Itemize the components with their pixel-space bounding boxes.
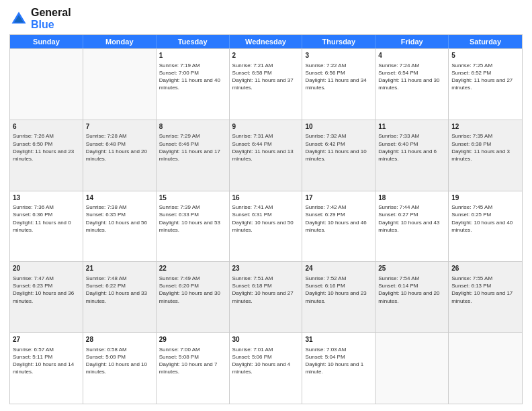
day-number: 4 bbox=[378, 51, 445, 60]
day-info: Sunrise: 7:19 AM Sunset: 7:00 PM Dayligh… bbox=[159, 62, 226, 92]
day-cell-21: 21Sunrise: 7:48 AM Sunset: 6:22 PM Dayli… bbox=[83, 262, 157, 332]
day-cell-5: 5Sunrise: 7:25 AM Sunset: 6:52 PM Daylig… bbox=[449, 49, 522, 120]
day-cell-19: 19Sunrise: 7:45 AM Sunset: 6:25 PM Dayli… bbox=[449, 191, 522, 262]
day-info: Sunrise: 7:22 AM Sunset: 6:56 PM Dayligh… bbox=[305, 62, 372, 92]
week-row-4: 20Sunrise: 7:47 AM Sunset: 6:23 PM Dayli… bbox=[10, 261, 522, 332]
day-info: Sunrise: 7:31 AM Sunset: 6:44 PM Dayligh… bbox=[232, 132, 300, 163]
day-info: Sunrise: 7:36 AM Sunset: 6:36 PM Dayligh… bbox=[13, 203, 80, 234]
col-header-saturday: Saturday bbox=[449, 35, 522, 48]
day-info: Sunrise: 7:21 AM Sunset: 6:58 PM Dayligh… bbox=[232, 62, 300, 92]
day-number: 14 bbox=[86, 193, 153, 203]
day-info: Sunrise: 7:39 AM Sunset: 6:33 PM Dayligh… bbox=[159, 203, 226, 234]
calendar: SundayMondayTuesdayWednesdayThursdayFrid… bbox=[9, 34, 523, 404]
day-info: Sunrise: 7:00 AM Sunset: 5:08 PM Dayligh… bbox=[159, 346, 226, 376]
day-cell-16: 16Sunrise: 7:41 AM Sunset: 6:31 PM Dayli… bbox=[230, 191, 303, 262]
logo: General Blue bbox=[9, 7, 71, 30]
day-cell-11: 11Sunrise: 7:33 AM Sunset: 6:40 PM Dayli… bbox=[375, 120, 449, 191]
day-info: Sunrise: 7:03 AM Sunset: 5:04 PM Dayligh… bbox=[305, 346, 372, 376]
day-info: Sunrise: 7:41 AM Sunset: 6:31 PM Dayligh… bbox=[232, 203, 300, 234]
day-number: 26 bbox=[451, 264, 519, 273]
day-info: Sunrise: 7:55 AM Sunset: 6:13 PM Dayligh… bbox=[451, 275, 519, 305]
week-row-3: 13Sunrise: 7:36 AM Sunset: 6:36 PM Dayli… bbox=[10, 191, 522, 262]
day-info: Sunrise: 7:29 AM Sunset: 6:46 PM Dayligh… bbox=[159, 132, 226, 163]
col-header-monday: Monday bbox=[83, 35, 157, 48]
day-info: Sunrise: 6:58 AM Sunset: 5:09 PM Dayligh… bbox=[86, 346, 153, 376]
day-cell-14: 14Sunrise: 7:38 AM Sunset: 6:35 PM Dayli… bbox=[83, 191, 157, 262]
day-info: Sunrise: 7:38 AM Sunset: 6:35 PM Dayligh… bbox=[86, 203, 153, 234]
day-number: 16 bbox=[232, 193, 300, 203]
page-header: General Blue bbox=[9, 7, 523, 30]
day-cell-17: 17Sunrise: 7:42 AM Sunset: 6:29 PM Dayli… bbox=[302, 191, 375, 262]
day-info: Sunrise: 7:48 AM Sunset: 6:22 PM Dayligh… bbox=[86, 275, 153, 305]
day-number: 22 bbox=[159, 264, 226, 273]
week-row-5: 27Sunrise: 6:57 AM Sunset: 5:11 PM Dayli… bbox=[10, 332, 522, 404]
day-info: Sunrise: 7:33 AM Sunset: 6:40 PM Dayligh… bbox=[378, 132, 445, 163]
col-header-sunday: Sunday bbox=[10, 35, 83, 48]
week-row-1: 1Sunrise: 7:19 AM Sunset: 7:00 PM Daylig… bbox=[10, 48, 522, 120]
day-number: 17 bbox=[305, 193, 372, 203]
day-info: Sunrise: 7:47 AM Sunset: 6:23 PM Dayligh… bbox=[13, 275, 80, 305]
day-info: Sunrise: 7:32 AM Sunset: 6:42 PM Dayligh… bbox=[305, 132, 372, 163]
day-number: 2 bbox=[232, 51, 300, 60]
col-header-wednesday: Wednesday bbox=[230, 35, 303, 48]
day-cell-7: 7Sunrise: 7:28 AM Sunset: 6:48 PM Daylig… bbox=[83, 120, 157, 191]
empty-cell bbox=[449, 333, 522, 404]
day-info: Sunrise: 7:42 AM Sunset: 6:29 PM Dayligh… bbox=[305, 203, 372, 234]
day-number: 9 bbox=[232, 122, 300, 132]
day-cell-4: 4Sunrise: 7:24 AM Sunset: 6:54 PM Daylig… bbox=[375, 49, 449, 120]
day-info: Sunrise: 7:25 AM Sunset: 6:52 PM Dayligh… bbox=[451, 62, 519, 92]
day-number: 24 bbox=[305, 264, 372, 273]
day-cell-27: 27Sunrise: 6:57 AM Sunset: 5:11 PM Dayli… bbox=[10, 333, 83, 404]
logo-text: General Blue bbox=[31, 7, 71, 30]
day-cell-8: 8Sunrise: 7:29 AM Sunset: 6:46 PM Daylig… bbox=[157, 120, 230, 191]
day-number: 18 bbox=[378, 193, 445, 203]
day-info: Sunrise: 7:52 AM Sunset: 6:16 PM Dayligh… bbox=[305, 275, 372, 305]
day-number: 31 bbox=[305, 335, 372, 345]
col-header-thursday: Thursday bbox=[302, 35, 375, 48]
col-header-tuesday: Tuesday bbox=[157, 35, 230, 48]
day-number: 19 bbox=[451, 193, 519, 203]
logo-icon bbox=[9, 9, 28, 28]
col-header-friday: Friday bbox=[375, 35, 449, 48]
day-number: 8 bbox=[159, 122, 226, 132]
day-cell-12: 12Sunrise: 7:35 AM Sunset: 6:38 PM Dayli… bbox=[449, 120, 522, 191]
day-cell-1: 1Sunrise: 7:19 AM Sunset: 7:00 PM Daylig… bbox=[157, 49, 230, 120]
day-cell-20: 20Sunrise: 7:47 AM Sunset: 6:23 PM Dayli… bbox=[10, 262, 83, 332]
day-number: 20 bbox=[13, 264, 80, 273]
day-number: 10 bbox=[305, 122, 372, 132]
day-number: 5 bbox=[451, 51, 519, 60]
empty-cell bbox=[10, 49, 83, 120]
day-cell-22: 22Sunrise: 7:49 AM Sunset: 6:20 PM Dayli… bbox=[157, 262, 230, 332]
day-info: Sunrise: 7:49 AM Sunset: 6:20 PM Dayligh… bbox=[159, 275, 226, 305]
day-number: 28 bbox=[86, 335, 153, 345]
day-cell-25: 25Sunrise: 7:54 AM Sunset: 6:14 PM Dayli… bbox=[375, 262, 449, 332]
day-cell-26: 26Sunrise: 7:55 AM Sunset: 6:13 PM Dayli… bbox=[449, 262, 522, 332]
day-info: Sunrise: 6:57 AM Sunset: 5:11 PM Dayligh… bbox=[13, 346, 80, 376]
day-info: Sunrise: 7:01 AM Sunset: 5:06 PM Dayligh… bbox=[232, 346, 300, 376]
day-number: 23 bbox=[232, 264, 300, 273]
day-cell-10: 10Sunrise: 7:32 AM Sunset: 6:42 PM Dayli… bbox=[302, 120, 375, 191]
day-info: Sunrise: 7:24 AM Sunset: 6:54 PM Dayligh… bbox=[378, 62, 445, 92]
empty-cell bbox=[375, 333, 449, 404]
empty-cell bbox=[83, 49, 157, 120]
day-number: 30 bbox=[232, 335, 300, 345]
day-info: Sunrise: 7:26 AM Sunset: 6:50 PM Dayligh… bbox=[13, 132, 80, 163]
day-number: 29 bbox=[159, 335, 226, 345]
calendar-header: SundayMondayTuesdayWednesdayThursdayFrid… bbox=[10, 35, 522, 48]
day-number: 25 bbox=[378, 264, 445, 273]
day-cell-31: 31Sunrise: 7:03 AM Sunset: 5:04 PM Dayli… bbox=[302, 333, 375, 404]
day-number: 7 bbox=[86, 122, 153, 132]
day-info: Sunrise: 7:44 AM Sunset: 6:27 PM Dayligh… bbox=[378, 203, 445, 234]
day-info: Sunrise: 7:35 AM Sunset: 6:38 PM Dayligh… bbox=[451, 132, 519, 163]
day-number: 15 bbox=[159, 193, 226, 203]
day-number: 27 bbox=[13, 335, 80, 345]
week-row-2: 6Sunrise: 7:26 AM Sunset: 6:50 PM Daylig… bbox=[10, 120, 522, 191]
day-cell-23: 23Sunrise: 7:51 AM Sunset: 6:18 PM Dayli… bbox=[230, 262, 303, 332]
day-cell-2: 2Sunrise: 7:21 AM Sunset: 6:58 PM Daylig… bbox=[230, 49, 303, 120]
day-cell-18: 18Sunrise: 7:44 AM Sunset: 6:27 PM Dayli… bbox=[375, 191, 449, 262]
day-number: 12 bbox=[451, 122, 519, 132]
day-cell-29: 29Sunrise: 7:00 AM Sunset: 5:08 PM Dayli… bbox=[157, 333, 230, 404]
day-info: Sunrise: 7:28 AM Sunset: 6:48 PM Dayligh… bbox=[86, 132, 153, 163]
day-number: 13 bbox=[13, 193, 80, 203]
day-cell-15: 15Sunrise: 7:39 AM Sunset: 6:33 PM Dayli… bbox=[157, 191, 230, 262]
